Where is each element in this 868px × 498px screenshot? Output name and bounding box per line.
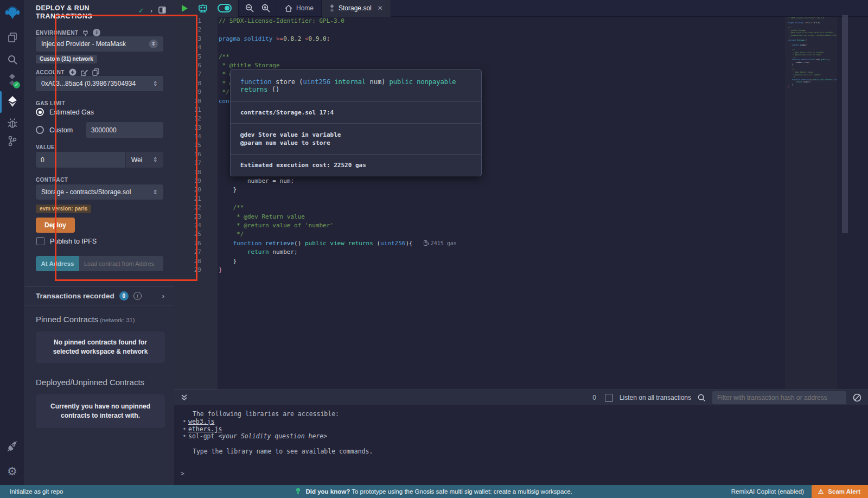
gas-estimate-widget: 2415 gas bbox=[424, 239, 457, 248]
line-number: 8 bbox=[174, 79, 218, 88]
line-number: 15 bbox=[174, 141, 218, 150]
code-line-23[interactable]: * @dev Return value bbox=[219, 213, 785, 221]
account-select[interactable]: 0xA03...85ac4 (0.398673504934 ⇕ bbox=[36, 76, 163, 91]
evm-version-badge: evm version: paris bbox=[36, 205, 91, 213]
remix-logo[interactable] bbox=[0, 4, 24, 21]
code-line-1[interactable]: // SPDX-License-Identifier: GPL-3.0 bbox=[219, 17, 785, 25]
code-line-25[interactable]: */ bbox=[219, 230, 785, 239]
value-input[interactable] bbox=[36, 152, 125, 168]
code-line-6[interactable]: * @title Storage bbox=[219, 61, 785, 70]
terminal-line: •ethers.js bbox=[181, 426, 868, 433]
environment-select[interactable]: Injected Provider - MetaMask ⇕ bbox=[36, 36, 163, 52]
add-account-icon[interactable] bbox=[69, 68, 76, 76]
run-script-icon[interactable] bbox=[181, 4, 188, 12]
line-number: 28 bbox=[174, 257, 218, 266]
account-value: 0xA03...85ac4 (0.398673504934 bbox=[41, 80, 147, 87]
code-line-5[interactable]: /** bbox=[219, 53, 785, 61]
editor-area: Home Storage.sol ✕ 123456789101112131415… bbox=[174, 0, 868, 485]
line-number: 6 bbox=[174, 61, 218, 70]
unpinned-contracts-heading: Deployed/Unpinned Contracts bbox=[36, 378, 144, 387]
terminal-filter-input[interactable] bbox=[712, 391, 846, 404]
zoom-in-icon[interactable] bbox=[261, 4, 270, 12]
terminal-line bbox=[181, 440, 868, 448]
copilot-toggle-on[interactable] bbox=[218, 4, 232, 12]
code-line-22[interactable]: /** bbox=[219, 203, 785, 212]
scam-alert-button[interactable]: ⚠ Scam Alert bbox=[812, 485, 868, 498]
at-address-input[interactable] bbox=[79, 256, 163, 271]
code-line-26[interactable]: function retrieve() public view returns … bbox=[219, 239, 785, 248]
gas-limit-label: GAS LIMIT bbox=[36, 100, 65, 106]
listen-all-label: Listen on all transactions bbox=[620, 394, 691, 401]
line-number: 23 bbox=[174, 213, 218, 221]
tooltip-gas-estimate: Estimated execution cost: 22520 gas bbox=[231, 154, 481, 176]
publish-ipfs-checkbox[interactable] bbox=[36, 237, 44, 245]
line-number: 21 bbox=[174, 195, 218, 203]
contract-select[interactable]: Storage - contracts/Storage.sol ⇕ bbox=[36, 184, 163, 200]
edit-account-icon[interactable] bbox=[81, 69, 88, 76]
editor-scrollbar[interactable] bbox=[842, 15, 848, 233]
code-line-27[interactable]: return number; bbox=[219, 248, 785, 257]
lightbulb-icon bbox=[296, 488, 301, 495]
chevron-right-icon[interactable]: › bbox=[150, 7, 152, 15]
info-icon[interactable]: i bbox=[133, 292, 142, 300]
line-number: 25 bbox=[174, 230, 218, 239]
info-icon[interactable]: i bbox=[93, 29, 100, 36]
line-number: 19 bbox=[174, 177, 218, 186]
code-line-21[interactable] bbox=[219, 195, 785, 203]
code-line-19[interactable]: number = num; bbox=[219, 177, 785, 186]
plugin-manager-icon[interactable] bbox=[0, 439, 24, 454]
clear-console-icon[interactable] bbox=[853, 393, 861, 402]
terminal-link[interactable]: ethers.js bbox=[188, 425, 222, 433]
terminal-link[interactable]: web3.js bbox=[188, 418, 214, 425]
line-number: 4 bbox=[174, 43, 218, 52]
code-line-3[interactable]: pragma solidity >=0.8.2 <0.9.0; bbox=[219, 35, 785, 43]
custom-gas-input[interactable] bbox=[86, 122, 163, 138]
ai-copilot-robot-icon[interactable] bbox=[197, 3, 209, 13]
minimap[interactable]: // SPDX-License-Identifier: GPL-3.0pragm… bbox=[785, 17, 837, 390]
code-line-20[interactable]: } bbox=[219, 186, 785, 194]
pin-panel-icon[interactable] bbox=[158, 7, 166, 14]
estimated-gas-radio[interactable] bbox=[36, 108, 44, 116]
line-number: 14 bbox=[174, 132, 218, 141]
chevron-right-icon[interactable]: › bbox=[162, 292, 164, 300]
custom-gas-radio[interactable] bbox=[36, 126, 44, 134]
plug-icon[interactable] bbox=[82, 29, 88, 36]
solidity-file-icon bbox=[329, 4, 335, 12]
code-line-2[interactable] bbox=[219, 25, 785, 34]
debugger-icon[interactable] bbox=[0, 116, 24, 130]
pinned-contracts-heading: Pinned Contracts (network: 31) bbox=[36, 315, 135, 324]
copilot-status[interactable]: RemixAI Copilot (enabled) bbox=[731, 488, 804, 495]
line-number-gutter: 1234567891011121314151617181920212223242… bbox=[174, 17, 218, 390]
tab-home[interactable]: Home bbox=[277, 0, 322, 17]
terminal-output[interactable]: > The following libraries are accessible… bbox=[174, 405, 868, 485]
line-number: 18 bbox=[174, 168, 218, 177]
transactions-recorded-row[interactable]: Transactions recorded 0 i › bbox=[25, 286, 174, 305]
estimated-gas-label: Estimated Gas bbox=[49, 108, 94, 116]
close-tab-icon[interactable]: ✕ bbox=[378, 4, 383, 12]
code-line-29[interactable]: } bbox=[219, 266, 785, 274]
listen-all-checkbox[interactable] bbox=[605, 394, 613, 402]
icon-rail: ✓ ⚙ bbox=[0, 0, 24, 485]
value-unit-select[interactable]: Wei ⇕ bbox=[126, 152, 163, 168]
file-explorer-icon[interactable] bbox=[0, 30, 24, 44]
code-line-24[interactable]: * @return value of 'number' bbox=[219, 221, 785, 230]
settings-icon[interactable]: ⚙ bbox=[0, 464, 24, 478]
at-address-button[interactable]: At Address bbox=[36, 256, 79, 271]
solidity-compiler-icon[interactable] bbox=[0, 73, 24, 87]
editor-toolbar: Home Storage.sol ✕ bbox=[174, 0, 868, 17]
transaction-count: 0 bbox=[592, 394, 596, 401]
code-line-28[interactable]: } bbox=[219, 257, 785, 266]
deploy-run-icon[interactable] bbox=[0, 94, 24, 109]
line-number: 16 bbox=[174, 150, 218, 159]
line-number: 9 bbox=[174, 88, 218, 97]
source-control-icon[interactable] bbox=[0, 134, 24, 148]
search-icon[interactable] bbox=[0, 53, 24, 67]
tab-storage-sol[interactable]: Storage.sol ✕ bbox=[322, 0, 391, 17]
zoom-out-icon[interactable] bbox=[245, 4, 254, 12]
line-number: 22 bbox=[174, 203, 218, 212]
account-label: ACCOUNT bbox=[36, 69, 65, 75]
code-line-4[interactable] bbox=[219, 43, 785, 52]
terminal-collapse-icon[interactable] bbox=[181, 394, 188, 401]
copy-account-icon[interactable] bbox=[92, 68, 99, 76]
deploy-button[interactable]: Deploy bbox=[36, 218, 75, 233]
